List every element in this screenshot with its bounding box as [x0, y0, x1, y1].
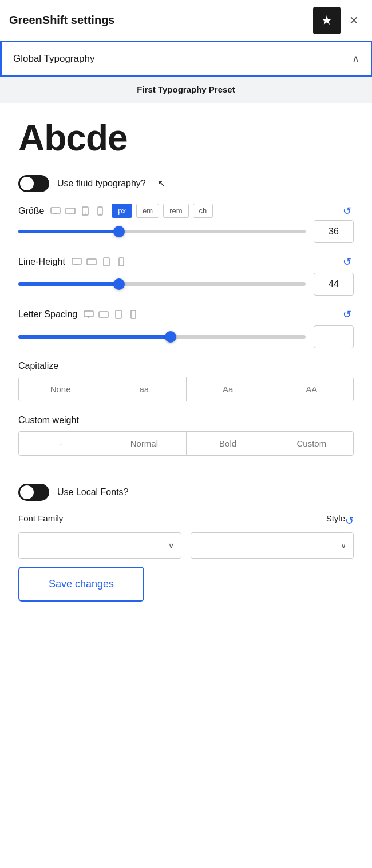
weight-dash-button[interactable]: - [19, 432, 102, 455]
font-family-label: Font Family [18, 513, 63, 523]
groesse-slider-thumb[interactable] [113, 226, 125, 237]
letter-spacing-label: Letter Spacing [18, 309, 77, 320]
letter-spacing-slider-row [18, 325, 354, 348]
main-content: Abcde Use fluid typography? ↖ Größe [0, 103, 372, 613]
line-height-slider-thumb[interactable] [113, 278, 125, 290]
line-height-slider-fill [18, 282, 119, 286]
save-changes-button[interactable]: Save changes [18, 567, 144, 602]
groesse-value-input[interactable] [314, 220, 354, 243]
letter-spacing-reset-button[interactable]: ↺ [341, 308, 354, 321]
letter-spacing-slider-thumb[interactable] [165, 331, 176, 343]
svg-rect-19 [131, 310, 136, 318]
local-fonts-toggle-knob [20, 485, 34, 499]
local-fonts-toggle[interactable] [18, 484, 49, 501]
font-style-label: Style [326, 513, 345, 523]
svg-rect-17 [99, 312, 108, 317]
tablet-icon [80, 206, 91, 216]
letter-spacing-slider-wrapper [18, 335, 306, 339]
local-fonts-row: Use Local Fonts? [18, 484, 354, 501]
close-icon: × [350, 11, 358, 29]
lh-tablet-icon [101, 257, 112, 266]
weight-custom-button[interactable]: Custom [270, 432, 353, 455]
lh-mobile-icon [116, 257, 127, 266]
unit-em[interactable]: em [136, 204, 159, 218]
letter-spacing-label-left: Letter Spacing [18, 309, 139, 320]
capitalize-capitalize-button[interactable]: Aa [187, 377, 270, 401]
mobile-icon [94, 206, 106, 216]
weight-normal-button[interactable]: Normal [102, 432, 186, 455]
line-height-slider-track[interactable] [18, 282, 306, 286]
fluid-typography-toggle[interactable] [18, 175, 49, 192]
letter-spacing-responsive-icons [83, 310, 139, 319]
letter-spacing-slider-fill [18, 335, 171, 339]
star-button[interactable]: ★ [313, 7, 341, 34]
section-header[interactable]: Global Typography ∧ [0, 41, 372, 77]
font-style-chevron-icon: ∨ [341, 541, 346, 550]
unit-ch[interactable]: ch [193, 204, 213, 218]
letter-spacing-slider-track[interactable] [18, 335, 306, 339]
ls-mobile-icon [128, 310, 139, 319]
capitalize-none-button[interactable]: None [19, 377, 102, 401]
ls-monitor-icon [83, 310, 94, 319]
line-height-slider-wrapper [18, 282, 306, 286]
font-style-select[interactable]: ∨ [191, 532, 354, 559]
svg-rect-12 [104, 258, 109, 266]
groesse-label: Größe [18, 206, 44, 216]
custom-weight-section: Custom weight - Normal Bold Custom [18, 415, 354, 456]
font-reset-button[interactable]: ↺ [345, 515, 354, 527]
line-height-responsive-icons [71, 257, 127, 266]
preset-area: First Typography Preset [0, 77, 372, 103]
chevron-up-icon: ∧ [352, 53, 359, 65]
fluid-typography-label: Use fluid typography? [57, 178, 146, 189]
groesse-slider-wrapper [18, 230, 306, 233]
svg-rect-3 [66, 208, 75, 214]
unit-px[interactable]: px [112, 204, 132, 218]
divider [18, 472, 354, 472]
font-family-select[interactable]: ∨ [18, 532, 181, 559]
font-family-chevron-icon: ∨ [168, 541, 174, 550]
svg-rect-13 [119, 258, 124, 266]
unit-rem[interactable]: rem [163, 204, 188, 218]
line-height-reset-button[interactable]: ↺ [341, 256, 354, 268]
capitalize-label: Capitalize [18, 361, 354, 371]
font-family-style-section: Font Family Style ↺ ∨ ∨ [18, 513, 354, 559]
groesse-header-row: Größe [18, 204, 354, 218]
line-height-label: Line-Height [18, 257, 65, 267]
groesse-slider-fill [18, 230, 119, 233]
groesse-slider-track[interactable] [18, 230, 306, 233]
svg-rect-0 [51, 208, 60, 213]
groesse-reset-button[interactable]: ↺ [341, 205, 354, 217]
lh-monitor-icon [71, 257, 82, 266]
capitalize-uppercase-button[interactable]: AA [270, 377, 353, 401]
capitalize-lowercase-button[interactable]: aa [102, 377, 186, 401]
custom-weight-button-group: - Normal Bold Custom [18, 431, 354, 456]
capitalize-button-group: None aa Aa AA [18, 377, 354, 401]
ls-tablet-icon [113, 310, 124, 319]
svg-rect-14 [84, 311, 93, 317]
groesse-label-row: Größe [18, 204, 215, 218]
monitor-icon [50, 206, 61, 216]
fluid-typography-row: Use fluid typography? ↖ [18, 175, 354, 192]
local-fonts-label: Use Local Fonts? [57, 487, 129, 497]
app-title: GreenShift settings [9, 14, 114, 27]
custom-weight-label: Custom weight [18, 415, 354, 425]
close-button[interactable]: × [345, 9, 363, 31]
cursor-icon: ↖ [157, 177, 166, 190]
line-height-header-row: Line-Height [18, 256, 354, 268]
preset-title: First Typography Preset [137, 85, 235, 94]
groesse-section: Größe [18, 204, 354, 243]
line-height-section: Line-Height [18, 256, 354, 296]
star-icon: ★ [321, 13, 333, 28]
letter-spacing-value-input[interactable] [314, 325, 354, 348]
groesse-slider-row [18, 220, 354, 243]
ls-tablet-landscape-icon [98, 310, 109, 319]
line-height-value-input[interactable] [314, 273, 354, 296]
tablet-landscape-icon [65, 206, 76, 216]
letter-spacing-header-row: Letter Spacing [18, 308, 354, 321]
weight-bold-button[interactable]: Bold [187, 432, 270, 455]
line-height-label-left: Line-Height [18, 257, 127, 267]
lh-tablet-landscape-icon [86, 257, 97, 266]
svg-rect-18 [116, 310, 121, 318]
section-title: Global Typography [13, 53, 94, 65]
font-selects-row: ∨ ∨ [18, 532, 354, 559]
